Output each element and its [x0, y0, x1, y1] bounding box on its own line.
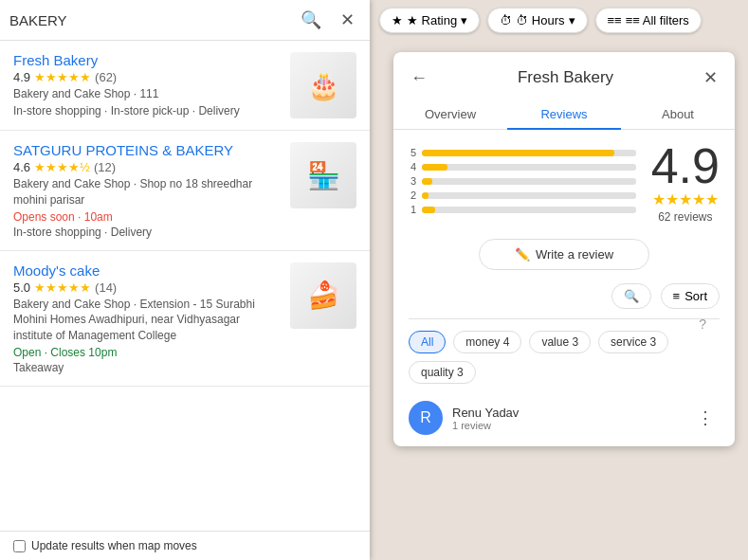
update-checkbox[interactable] — [13, 540, 26, 552]
review-sort-button[interactable]: ≡ Sort — [661, 283, 720, 309]
result-info: Fresh Bakery 4.9 ★★★★★ (62) Bakery and C… — [13, 52, 281, 117]
left-panel: 🔍 ✕ Fresh Bakery 4.9 ★★★★★ (62) Bakery a… — [0, 0, 370, 560]
rating-number: 5.0 — [13, 280, 30, 295]
back-icon: ← — [410, 68, 428, 87]
rating-big-stars: ★★★★★ — [651, 190, 720, 208]
search-button[interactable]: 🔍 — [295, 8, 327, 32]
bar-fill-1 — [422, 207, 435, 213]
update-checkbox-label: Update results when map moves — [31, 539, 197, 552]
detail-header: ← Fresh Bakery ✕ — [393, 52, 735, 90]
rating-bars: 5 4 3 — [409, 147, 636, 218]
filter-chips: All money 4 value 3 service 3 quality 3 — [409, 331, 720, 384]
chip-service[interactable]: service 3 — [598, 331, 668, 353]
more-icon: ⋮ — [697, 408, 714, 427]
chip-value[interactable]: value 3 — [529, 331, 591, 353]
hours-filter-label: ⏱ Hours — [516, 13, 564, 27]
review-count: (14) — [95, 280, 117, 295]
map-filter-bar: ★ ★ Rating ▾ ⏱ ⏱ Hours ▾ ≡≡ ≡≡ All filte… — [379, 8, 702, 33]
sort-label: Sort — [684, 289, 707, 303]
tab-about[interactable]: About — [621, 99, 735, 129]
rating-filter-btn[interactable]: ★ ★ Rating ▾ — [379, 8, 480, 33]
result-item[interactable]: Fresh Bakery 4.9 ★★★★★ (62) Bakery and C… — [0, 41, 370, 131]
close-detail-button[interactable]: ✕ — [700, 65, 721, 90]
result-item[interactable]: Moody's cake 5.0 ★★★★★ (14) Bakery and C… — [0, 251, 370, 387]
result-rating: 5.0 ★★★★★ (14) — [13, 280, 281, 295]
search-bar: 🔍 ✕ — [0, 0, 370, 41]
chevron-down-icon: ▾ — [569, 13, 575, 27]
pencil-icon: ✏️ — [515, 247, 530, 262]
tab-overview[interactable]: Overview — [393, 99, 507, 129]
review-count-label: 62 reviews — [651, 210, 720, 224]
filter-icon: ≡≡ — [608, 13, 622, 27]
rating-number: 4.9 — [13, 70, 30, 84]
chip-quality[interactable]: quality 3 — [409, 361, 476, 384]
bar-row-5: 5 — [409, 147, 636, 158]
bar-row-1: 1 — [409, 204, 636, 215]
star-icon: ★ — [392, 13, 403, 27]
all-filters-btn[interactable]: ≡≡ ≡≡ All filters — [595, 8, 702, 33]
result-tags: Takeaway — [13, 361, 281, 374]
bar-fill-2 — [422, 192, 429, 199]
result-status: Open · Closes 10pm — [13, 346, 281, 359]
result-name: Fresh Bakery — [13, 52, 281, 68]
chevron-down-icon: ▾ — [461, 13, 467, 27]
sort-icon: ≡ — [673, 289, 681, 303]
chip-all[interactable]: All — [409, 331, 446, 353]
reviewer-row: R Renu Yadav 1 review ⋮ — [409, 397, 720, 435]
clock-icon: ⏱ — [500, 13, 512, 27]
review-count: (62) — [95, 70, 117, 84]
reviewer-name: Renu Yadav — [452, 406, 682, 420]
rating-filter-label: ★ Rating — [407, 13, 457, 27]
chip-money[interactable]: money 4 — [453, 331, 521, 353]
result-name: Moody's cake — [13, 262, 281, 279]
search-input[interactable] — [9, 12, 287, 28]
result-rating: 4.9 ★★★★★ (62) — [13, 70, 281, 84]
reviews-actions: 🔍 ≡ Sort — [409, 283, 720, 319]
result-address: Bakery and Cake Shop · 111 — [13, 86, 281, 102]
rating-stars: ★★★★½ — [34, 160, 90, 174]
more-options-button[interactable]: ⋮ — [691, 406, 720, 430]
hours-filter-btn[interactable]: ⏱ ⏱ Hours ▾ — [487, 8, 587, 33]
result-address: Bakery and Cake Shop · Shop no 18 shreed… — [13, 176, 281, 208]
tab-reviews[interactable]: Reviews — [507, 99, 621, 129]
close-icon: ✕ — [703, 68, 718, 87]
bar-fill-5 — [422, 150, 614, 156]
write-review-label: Write a review — [536, 247, 613, 262]
rating-big-number: 4.9 — [651, 141, 720, 190]
back-button[interactable]: ← — [407, 66, 431, 90]
results-list: Fresh Bakery 4.9 ★★★★★ (62) Bakery and C… — [0, 41, 370, 531]
result-tags: In-store shopping · In-store pick-up · D… — [13, 104, 281, 117]
result-tags: In-store shopping · Delivery — [13, 226, 281, 239]
rating-number: 4.6 — [13, 160, 30, 174]
result-image: 🎂 — [290, 52, 356, 118]
detail-tabs: Overview Reviews About — [393, 99, 735, 130]
search-icon: 🔍 — [301, 10, 321, 29]
reviewer-avatar: R — [409, 401, 443, 435]
result-item[interactable]: SATGURU PROTEINS & BAKERY 4.6 ★★★★½ (12)… — [0, 131, 370, 251]
result-image: 🏪 — [290, 142, 356, 208]
result-info: Moody's cake 5.0 ★★★★★ (14) Bakery and C… — [13, 262, 281, 374]
rating-overview: 5 4 3 — [409, 141, 720, 224]
write-review-button[interactable]: ✏️ Write a review — [479, 239, 649, 270]
result-address: Bakery and Cake Shop · Extension - 15 Su… — [13, 297, 281, 344]
result-info: SATGURU PROTEINS & BAKERY 4.6 ★★★★½ (12)… — [13, 142, 281, 239]
detail-body: ? 5 4 — [393, 130, 735, 446]
bar-row-3: 3 — [409, 175, 636, 187]
reviewer-meta: 1 review — [452, 420, 682, 431]
close-icon: ✕ — [340, 10, 355, 29]
result-rating: 4.6 ★★★★½ (12) — [13, 160, 281, 174]
rating-stars: ★★★★★ — [34, 70, 91, 84]
result-name: SATGURU PROTEINS & BAKERY — [13, 142, 281, 158]
detail-panel: ← Fresh Bakery ✕ Overview Reviews About … — [393, 52, 735, 446]
bar-fill-4 — [422, 164, 447, 171]
update-checkbox-row: Update results when map moves — [0, 531, 370, 560]
search-icon: 🔍 — [624, 289, 639, 303]
result-status: Opens soon · 10am — [13, 210, 281, 224]
result-image: 🍰 — [290, 262, 356, 329]
reviewer-info: Renu Yadav 1 review — [452, 406, 682, 431]
clear-search-button[interactable]: ✕ — [335, 8, 360, 32]
review-search-button[interactable]: 🔍 — [611, 283, 651, 309]
help-icon[interactable]: ? — [699, 316, 706, 332]
review-count: (12) — [94, 160, 116, 174]
rating-stars: ★★★★★ — [34, 280, 91, 295]
